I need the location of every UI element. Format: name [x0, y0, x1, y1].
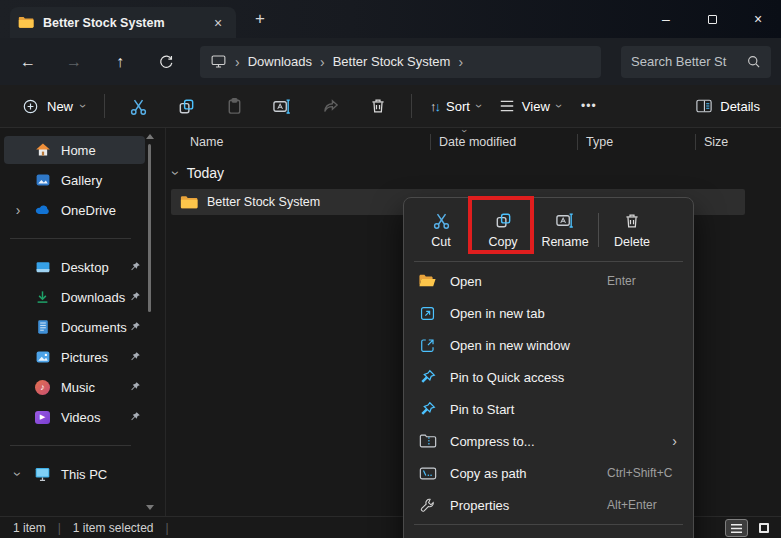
menu-item-label: Properties — [450, 498, 607, 513]
context-rename-button[interactable]: Rename — [534, 204, 596, 256]
sidebar-item-desktop[interactable]: Desktop — [4, 253, 145, 281]
group-header-today[interactable]: › Today — [166, 156, 781, 186]
cut-button[interactable] — [117, 89, 159, 123]
delete-icon — [623, 212, 641, 230]
new-button[interactable]: New › — [12, 89, 95, 123]
new-tab-button[interactable]: + — [246, 5, 274, 33]
pin-icon — [129, 291, 141, 303]
sidebar-item-pictures[interactable]: Pictures — [4, 343, 145, 371]
close-button[interactable]: × — [735, 0, 781, 38]
tab-title: Better Stock System — [43, 16, 199, 30]
search-icon — [746, 54, 761, 69]
context-action-label: Cut — [431, 235, 450, 249]
this-pc-icon — [210, 53, 227, 70]
maximize-button[interactable] — [689, 0, 735, 38]
sidebar-item-onedrive[interactable]: › OneDrive — [4, 196, 145, 224]
context-copy-button[interactable]: Copy — [472, 204, 534, 256]
sidebar-item-label: Documents — [61, 320, 127, 335]
view-button-label: View — [522, 99, 550, 114]
menu-item-compress-to[interactable]: Compress to... › — [404, 425, 693, 457]
refresh-button[interactable] — [146, 46, 186, 78]
minimize-button[interactable]: – — [643, 0, 689, 38]
icons-view-button[interactable] — [752, 519, 775, 537]
sidebar-item-documents[interactable]: Documents — [4, 313, 145, 341]
search-input[interactable]: Search Better St — [621, 46, 771, 78]
breadcrumb-downloads[interactable]: Downloads — [248, 54, 312, 69]
scrollbar-thumb[interactable] — [148, 144, 151, 312]
status-divider: | — [166, 521, 169, 535]
share-button[interactable] — [309, 89, 351, 123]
sidebar-item-label: Gallery — [61, 173, 102, 188]
sidebar-item-home[interactable]: Home — [4, 136, 145, 164]
up-button[interactable]: ↑ — [100, 46, 140, 78]
sidebar-item-downloads[interactable]: Downloads — [4, 283, 145, 311]
context-delete-button[interactable]: Delete — [601, 204, 663, 256]
home-icon — [34, 142, 51, 159]
context-cut-button[interactable]: Cut — [410, 204, 472, 256]
view-button[interactable]: View › — [490, 89, 570, 123]
context-action-label: Delete — [614, 235, 650, 249]
sidebar-item-videos[interactable]: ▶ Videos — [4, 403, 145, 431]
pin-icon — [129, 351, 141, 363]
status-divider: | — [58, 521, 61, 535]
sidebar-item-gallery[interactable]: Gallery — [4, 166, 145, 194]
menu-item-label: Open in new tab — [450, 306, 607, 321]
sort-button[interactable]: ↑↓ Sort › — [421, 89, 490, 123]
menu-divider — [414, 524, 683, 525]
breadcrumb-current-folder[interactable]: Better Stock System — [333, 54, 451, 69]
folder-icon — [18, 16, 34, 29]
action-divider — [598, 213, 599, 247]
back-button[interactable]: ← — [8, 46, 48, 78]
context-menu: Cut Copy Rename Delete — [403, 197, 694, 538]
expand-chevron-icon[interactable]: › — [10, 203, 26, 217]
column-header-type[interactable]: Type — [577, 134, 695, 150]
sidebar-item-this-pc[interactable]: › This PC — [4, 460, 145, 488]
delete-button[interactable] — [357, 89, 399, 123]
forward-button[interactable]: → — [54, 46, 94, 78]
sidebar-scrollbar[interactable] — [146, 132, 154, 512]
column-header-name[interactable]: Name — [166, 134, 430, 150]
rename-button[interactable] — [261, 89, 303, 123]
menu-item-pin-to-start[interactable]: Pin to Start — [404, 393, 693, 425]
context-action-label: Copy — [488, 235, 517, 249]
more-options-button[interactable]: ••• — [570, 89, 608, 123]
desktop-icon — [34, 259, 51, 276]
command-toolbar: New › ↑↓ Sort › — [0, 85, 781, 128]
pin-outline-icon — [418, 368, 437, 387]
tab-close-icon[interactable]: × — [208, 13, 228, 33]
sidebar-item-music[interactable]: ♪ Music — [4, 373, 145, 401]
menu-item-pin-to-quick-access[interactable]: Pin to Quick access — [404, 361, 693, 393]
details-pane-button[interactable]: Details — [686, 89, 769, 123]
collapse-chevron-icon[interactable]: › — [11, 466, 25, 482]
column-header-size[interactable]: Size — [695, 134, 781, 150]
menu-item-shortcut: Enter — [607, 274, 683, 288]
menu-item-properties[interactable]: Properties Alt+Enter — [404, 489, 693, 521]
paste-button[interactable] — [213, 89, 255, 123]
details-view-button[interactable] — [725, 519, 748, 537]
menu-item-open[interactable]: Open Enter — [404, 265, 693, 297]
chevron-down-icon: › — [77, 104, 89, 108]
explorer-tab[interactable]: Better Stock System × — [10, 7, 236, 38]
titlebar: Better Stock System × + – × — [0, 0, 781, 38]
menu-item-open-in-new-tab[interactable]: Open in new tab — [404, 297, 693, 329]
address-bar[interactable]: › Downloads › Better Stock System › — [200, 46, 601, 78]
sort-direction-chevron-icon: › — [459, 129, 469, 132]
large-icons-icon — [759, 523, 769, 533]
group-label: Today — [187, 165, 224, 181]
new-button-label: New — [47, 99, 73, 114]
menu-item-open-in-new-window[interactable]: Open in new window — [404, 329, 693, 361]
scroll-up-arrow-icon[interactable] — [146, 134, 154, 139]
column-header-date-modified[interactable]: Date modified — [430, 134, 577, 150]
pin-icon — [129, 321, 141, 333]
copy-button[interactable] — [165, 89, 207, 123]
sort-icon: ↑↓ — [430, 99, 439, 114]
group-collapse-chevron-icon[interactable]: › — [169, 171, 183, 176]
menu-item-label: Pin to Quick access — [450, 370, 607, 385]
menu-item-copy-as-path[interactable]: Copy as path Ctrl+Shift+C — [404, 457, 693, 489]
file-explorer-window: Better Stock System × + – × ← → ↑ › Down… — [0, 0, 781, 538]
videos-icon: ▶ — [34, 409, 51, 426]
scroll-down-arrow-icon[interactable] — [146, 505, 154, 510]
open-folder-icon — [418, 272, 437, 291]
menu-item-open-in-terminal[interactable]: Open in Terminal — [404, 528, 693, 538]
sidebar-item-label: OneDrive — [61, 203, 116, 218]
